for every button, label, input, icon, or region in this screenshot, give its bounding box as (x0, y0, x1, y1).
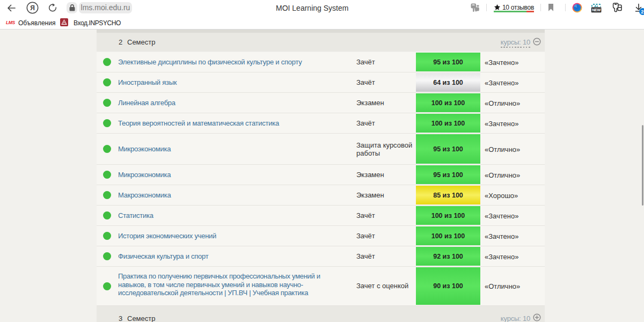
svg-text:Я: Я (30, 4, 35, 12)
svg-text:NEW: NEW (592, 8, 601, 12)
